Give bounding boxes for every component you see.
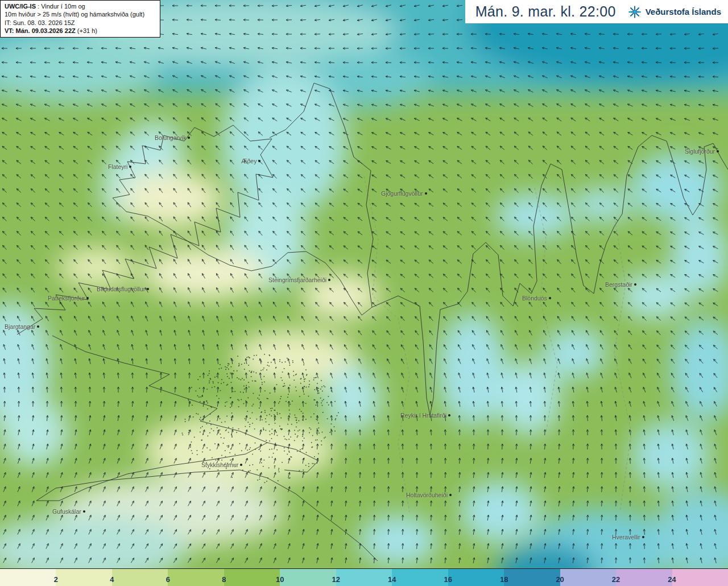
- legend-tick-label: 2: [54, 575, 58, 584]
- legend-tick-label: 14: [388, 575, 396, 584]
- model-desc: : Vindur í 10m og: [38, 3, 85, 10]
- legend-tick-labels: 24681012141618202224: [0, 569, 728, 586]
- legend-note: 10m hviður > 25 m/s (hvítt) og hámarkshv…: [5, 10, 156, 18]
- legend-tick-label: 24: [668, 575, 676, 584]
- vedurstofa-logo-icon: [627, 5, 642, 19]
- weather-map-app: BolungarvíkFlateyriÆðeyGjögurflugvöllurS…: [0, 0, 728, 586]
- legend-tick-label: 8: [222, 575, 226, 584]
- valid-time-display: Mán. 9. mar. kl. 22:00: [475, 3, 616, 20]
- legend-tick-label: 6: [166, 575, 170, 584]
- wind-arrow-field: [0, 0, 728, 569]
- valid-time: VT: Mán. 09.03.2026 22Z: [5, 27, 76, 34]
- legend-tick-label: 10: [276, 575, 284, 584]
- model-info-panel: UWC/IG-IS : Vindur í 10m og 10m hviður >…: [0, 0, 160, 38]
- legend-tick-label: 22: [612, 575, 620, 584]
- model-name: UWC/IG-IS: [5, 3, 36, 10]
- legend-tick-label: 4: [110, 575, 114, 584]
- brand-name: Veðurstofa Íslands: [646, 7, 721, 16]
- legend-tick-label: 18: [500, 575, 508, 584]
- brand: Veðurstofa Íslands: [627, 5, 721, 19]
- init-time: IT: Sun. 08. 03. 2026 15Z: [5, 19, 156, 27]
- wind-speed-legend: 24681012141618202224: [0, 568, 728, 586]
- legend-tick-label: 20: [556, 575, 564, 584]
- legend-tick-label: 12: [332, 575, 340, 584]
- legend-tick-label: 16: [444, 575, 452, 584]
- valid-offset: (+31 h): [77, 27, 97, 34]
- timestamp-bar: Mán. 9. mar. kl. 22:00 Veðurstofa Ísland…: [465, 0, 728, 23]
